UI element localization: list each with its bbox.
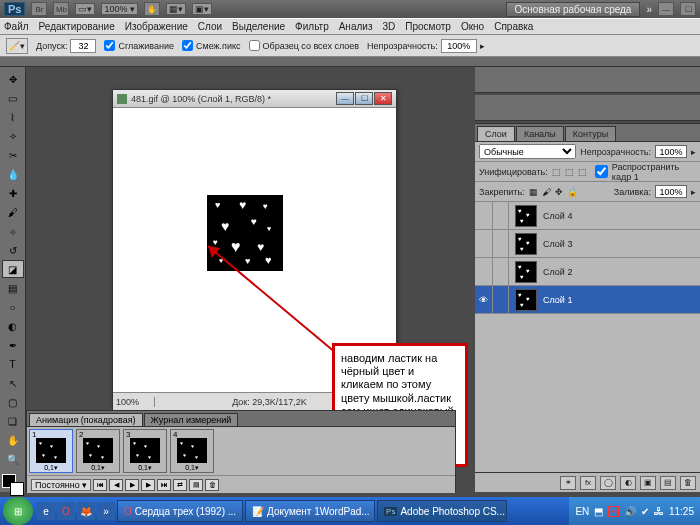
blur-tool[interactable]: ○	[2, 298, 24, 316]
ql-opera-icon[interactable]: O	[57, 502, 75, 520]
color-swatches[interactable]	[2, 474, 24, 496]
crop-tool[interactable]: ✂	[2, 146, 24, 164]
visibility-toggle[interactable]	[475, 230, 493, 258]
arrange-combo[interactable]: ▦▾	[166, 3, 186, 15]
layer-row[interactable]: ♥♥♥Слой 2	[475, 258, 700, 286]
animation-frame[interactable]: 2♥♥♥♥0,1▾	[76, 429, 120, 473]
min-icon[interactable]: —	[658, 2, 674, 16]
tool-preset-icon[interactable]: 🧹▾	[6, 38, 28, 54]
hand-tool[interactable]: ✋	[2, 431, 24, 449]
3d-tool[interactable]: ❏	[2, 412, 24, 430]
frame-time[interactable]: 0,1▾	[185, 464, 199, 472]
lock-all-icon[interactable]: 🔒	[567, 187, 578, 197]
clock[interactable]: 11:25	[669, 506, 694, 517]
history-brush-tool[interactable]: ↺	[2, 241, 24, 259]
task-item[interactable]: 📝Документ 1WordPad...	[245, 500, 375, 522]
alllayers-checkbox[interactable]	[249, 40, 260, 51]
task-item[interactable]: PsAdobe Photoshop CS...	[377, 500, 507, 522]
new-frame-button[interactable]: ▤	[189, 479, 203, 491]
lang-indicator[interactable]: EN	[575, 506, 589, 517]
doc-close-button[interactable]: ✕	[374, 92, 392, 105]
animation-frame[interactable]: 1♥♥♥♥0,1▾	[29, 429, 73, 473]
tray-av-icon[interactable]: ✔	[641, 506, 649, 517]
tween-button[interactable]: ⇄	[173, 479, 187, 491]
unify-icon-3[interactable]: ⬚	[578, 167, 587, 177]
new-layer-icon[interactable]: ▤	[660, 476, 676, 490]
layer-row[interactable]: 👁♥♥♥Слой 1	[475, 286, 700, 314]
visibility-toggle[interactable]	[475, 258, 493, 286]
collapsed-panel-1[interactable]	[475, 67, 700, 93]
lock-paint-icon[interactable]: 🖌	[542, 187, 551, 197]
lasso-tool[interactable]: ⌇	[2, 108, 24, 126]
screen-combo[interactable]: ▣▾	[192, 3, 212, 15]
tab-animation[interactable]: Анимация (покадровая)	[29, 413, 143, 426]
doc-min-button[interactable]: —	[336, 92, 354, 105]
opacity-arrow-icon[interactable]: ▸	[480, 41, 485, 51]
unify-icon-1[interactable]: ⬚	[552, 167, 561, 177]
tray-icon[interactable]: ⬒	[594, 506, 603, 517]
menu-help[interactable]: Справка	[494, 21, 533, 32]
tray-vol-icon[interactable]: 🔊	[624, 506, 636, 517]
menu-analysis[interactable]: Анализ	[339, 21, 373, 32]
heal-tool[interactable]: ✚	[2, 184, 24, 202]
group-icon[interactable]: ▣	[640, 476, 656, 490]
mb-icon[interactable]: Mb	[53, 2, 69, 16]
eraser-tool[interactable]: ◪	[2, 260, 24, 278]
ql-firefox-icon[interactable]: 🦊	[77, 502, 95, 520]
ql-ie-icon[interactable]: e	[37, 502, 55, 520]
frame-time[interactable]: 0,1▾	[91, 464, 105, 472]
opacity-input[interactable]	[441, 39, 477, 53]
menu-3d[interactable]: 3D	[382, 21, 395, 32]
shape-tool[interactable]: ▢	[2, 393, 24, 411]
ql-desktop-icon[interactable]: »	[97, 502, 115, 520]
tray-net-icon[interactable]: 🖧	[654, 506, 664, 517]
tab-paths[interactable]: Контуры	[565, 126, 616, 141]
start-button[interactable]: ⊞	[3, 497, 33, 525]
menu-edit[interactable]: Редактирование	[39, 21, 115, 32]
marquee-tool[interactable]: ▭	[2, 89, 24, 107]
pen-tool[interactable]: ✒	[2, 336, 24, 354]
move-tool[interactable]: ✥	[2, 70, 24, 88]
tab-measurement[interactable]: Журнал измерений	[144, 413, 239, 426]
collapsed-panel-2[interactable]	[475, 95, 700, 121]
brush-tool[interactable]: 🖌	[2, 203, 24, 221]
frame-time[interactable]: 0,1▾	[138, 464, 152, 472]
task-item[interactable]: OСердца трех (1992) ...	[117, 500, 243, 522]
zoom-combo[interactable]: 100% ▾	[101, 3, 138, 15]
contiguous-checkbox[interactable]	[182, 40, 193, 51]
mask-icon[interactable]: ◯	[600, 476, 616, 490]
tab-channels[interactable]: Каналы	[516, 126, 564, 141]
delete-frame-button[interactable]: 🗑	[205, 479, 219, 491]
menu-image[interactable]: Изображение	[125, 21, 188, 32]
prev-frame-button[interactable]: ◀	[109, 479, 123, 491]
next-frame-button[interactable]: ▶	[141, 479, 155, 491]
layer-opacity-input[interactable]	[655, 145, 687, 158]
tab-layers[interactable]: Слои	[477, 126, 515, 141]
layer-row[interactable]: ♥♥♥Слой 4	[475, 202, 700, 230]
tray-m-icon[interactable]: M	[608, 506, 619, 517]
menu-view[interactable]: Просмотр	[405, 21, 451, 32]
dodge-tool[interactable]: ◐	[2, 317, 24, 335]
propagate-checkbox[interactable]	[595, 165, 608, 178]
opacity-chevron-icon[interactable]: ▸	[691, 147, 696, 157]
tolerance-input[interactable]	[70, 39, 96, 53]
eyedropper-tool[interactable]: 💧	[2, 165, 24, 183]
link-layers-icon[interactable]: ⚭	[560, 476, 576, 490]
frame-time[interactable]: 0,1▾	[44, 464, 58, 472]
menu-file[interactable]: Файл	[4, 21, 29, 32]
play-button[interactable]: ▶	[125, 479, 139, 491]
doc-zoom[interactable]: 100%	[113, 397, 155, 407]
blend-mode-select[interactable]: Обычные	[479, 144, 576, 159]
path-tool[interactable]: ↖	[2, 374, 24, 392]
wand-tool[interactable]: ✧	[2, 127, 24, 145]
workspace-switcher[interactable]: Основная рабочая среда	[506, 2, 641, 17]
stamp-tool[interactable]: ⟐	[2, 222, 24, 240]
loop-select[interactable]: Постоянно ▾	[31, 479, 91, 491]
animation-frame[interactable]: 4♥♥♥♥0,1▾	[170, 429, 214, 473]
view-combo[interactable]: ▭▾	[75, 3, 95, 15]
antialias-checkbox[interactable]	[104, 40, 115, 51]
lock-trans-icon[interactable]: ▦	[529, 187, 538, 197]
animation-frame[interactable]: 3♥♥♥♥0,1▾	[123, 429, 167, 473]
last-frame-button[interactable]: ⏭	[157, 479, 171, 491]
fill-input[interactable]	[655, 185, 687, 198]
